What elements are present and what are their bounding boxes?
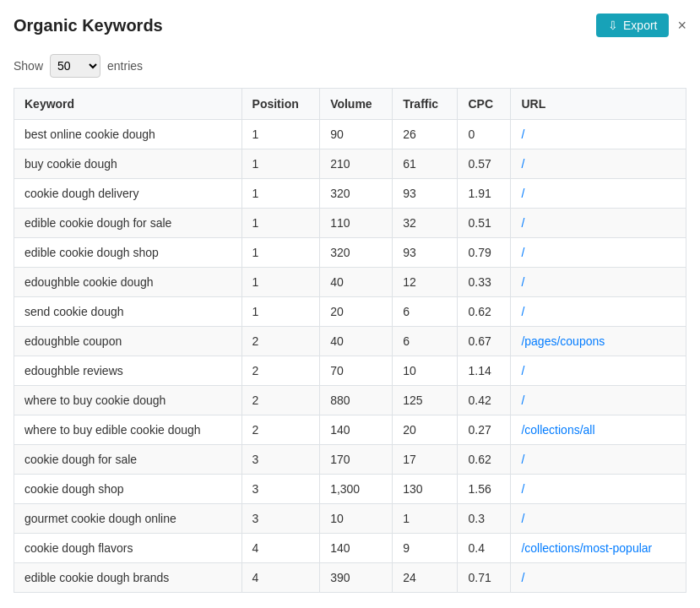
cell-volume: 110 [320, 209, 393, 238]
url-link[interactable]: /collections/all [521, 423, 594, 437]
cell-traffic: 20 [393, 415, 458, 445]
cell-volume: 90 [320, 120, 393, 149]
export-label: Export [623, 19, 657, 32]
cell-volume: 210 [320, 149, 393, 179]
cell-keyword: edoughble cookie dough [14, 268, 242, 297]
cell-traffic: 6 [393, 327, 458, 356]
header: Organic Keywords ⇩ Export × [14, 14, 686, 37]
table-row: gourmet cookie dough online31010.3/ [14, 504, 686, 534]
url-link[interactable]: / [521, 246, 524, 259]
cell-cpc: 0.67 [458, 327, 511, 356]
url-link[interactable]: / [521, 571, 524, 584]
cell-keyword: edoughble coupon [14, 327, 242, 356]
cell-volume: 140 [320, 415, 393, 445]
cell-cpc: 0.27 [458, 415, 511, 445]
url-link[interactable]: / [521, 275, 524, 289]
cell-cpc: 0.4 [458, 534, 511, 563]
cell-volume: 70 [320, 356, 393, 386]
cell-traffic: 17 [393, 445, 458, 475]
cell-position: 1 [241, 268, 320, 297]
url-link[interactable]: /collections/most-popular [521, 541, 652, 555]
cell-url[interactable]: / [511, 445, 686, 475]
cell-url[interactable]: / [511, 238, 686, 268]
cell-url[interactable]: / [511, 179, 686, 209]
export-icon: ⇩ [608, 19, 618, 32]
cell-url[interactable]: / [511, 475, 686, 504]
cell-url[interactable]: /pages/coupons [511, 327, 686, 356]
cell-cpc: 0 [458, 120, 511, 149]
cell-cpc: 0.3 [458, 504, 511, 534]
url-link[interactable]: / [521, 512, 524, 525]
cell-url[interactable]: / [511, 149, 686, 179]
cell-url[interactable]: / [511, 504, 686, 534]
cell-keyword: edible cookie dough for sale [14, 209, 242, 238]
cell-url[interactable]: / [511, 209, 686, 238]
table-row: best online cookie dough190260/ [14, 120, 686, 149]
cell-traffic: 93 [393, 238, 458, 268]
cell-url[interactable]: / [511, 268, 686, 297]
cell-traffic: 93 [393, 179, 458, 209]
cell-traffic: 26 [393, 120, 458, 149]
cell-volume: 140 [320, 534, 393, 563]
cell-keyword: edible cookie dough brands [14, 563, 242, 593]
table-row: edible cookie dough for sale1110320.51/ [14, 209, 686, 238]
cell-url[interactable]: / [511, 120, 686, 149]
table-row: edible cookie dough brands4390240.71/ [14, 563, 686, 593]
url-link[interactable]: / [521, 187, 524, 200]
cell-traffic: 61 [393, 149, 458, 179]
cell-traffic: 32 [393, 209, 458, 238]
url-link[interactable]: / [521, 364, 524, 377]
cell-cpc: 0.71 [458, 563, 511, 593]
cell-traffic: 125 [393, 386, 458, 415]
table-row: where to buy cookie dough28801250.42/ [14, 386, 686, 415]
cell-cpc: 0.62 [458, 297, 511, 327]
col-keyword: Keyword [14, 89, 242, 120]
cell-cpc: 0.33 [458, 268, 511, 297]
controls: Show 102550100 entries [14, 54, 686, 78]
cell-position: 3 [241, 445, 320, 475]
cell-volume: 320 [320, 179, 393, 209]
cell-url[interactable]: / [511, 297, 686, 327]
cell-keyword: cookie dough delivery [14, 179, 242, 209]
cell-url[interactable]: /collections/most-popular [511, 534, 686, 563]
cell-keyword: best online cookie dough [14, 120, 242, 149]
table-header: Keyword Position Volume Traffic CPC URL [14, 89, 686, 120]
entries-select[interactable]: 102550100 [50, 54, 100, 78]
table-row: buy cookie dough1210610.57/ [14, 149, 686, 179]
cell-position: 2 [241, 356, 320, 386]
url-link[interactable]: / [521, 394, 524, 407]
url-link[interactable]: / [521, 453, 524, 466]
table-row: where to buy edible cookie dough2140200.… [14, 415, 686, 445]
table-row: edible cookie dough shop1320930.79/ [14, 238, 686, 268]
cell-traffic: 130 [393, 475, 458, 504]
cell-volume: 10 [320, 504, 393, 534]
table-row: send cookie dough12060.62/ [14, 297, 686, 327]
url-link[interactable]: / [521, 157, 524, 171]
cell-cpc: 0.51 [458, 209, 511, 238]
cell-traffic: 6 [393, 297, 458, 327]
url-link[interactable]: / [521, 305, 524, 318]
col-url: URL [511, 89, 686, 120]
cell-volume: 390 [320, 563, 393, 593]
cell-url[interactable]: / [511, 386, 686, 415]
cell-traffic: 24 [393, 563, 458, 593]
url-link[interactable]: /pages/coupons [521, 334, 605, 348]
header-right: ⇩ Export × [596, 14, 686, 37]
close-button[interactable]: × [677, 18, 686, 33]
cell-keyword: edoughble reviews [14, 356, 242, 386]
cell-position: 3 [241, 504, 320, 534]
cell-url[interactable]: /collections/all [511, 415, 686, 445]
cell-traffic: 1 [393, 504, 458, 534]
cell-keyword: cookie dough flavors [14, 534, 242, 563]
page-wrapper: Organic Keywords ⇩ Export × Show 1025501… [0, 0, 700, 608]
url-link[interactable]: / [521, 128, 524, 141]
cell-keyword: cookie dough shop [14, 475, 242, 504]
cell-position: 4 [241, 534, 320, 563]
table-row: edoughble cookie dough140120.33/ [14, 268, 686, 297]
url-link[interactable]: / [521, 482, 524, 496]
cell-url[interactable]: / [511, 356, 686, 386]
cell-position: 3 [241, 475, 320, 504]
url-link[interactable]: / [521, 216, 524, 230]
export-button[interactable]: ⇩ Export [596, 14, 669, 37]
cell-url[interactable]: / [511, 563, 686, 593]
